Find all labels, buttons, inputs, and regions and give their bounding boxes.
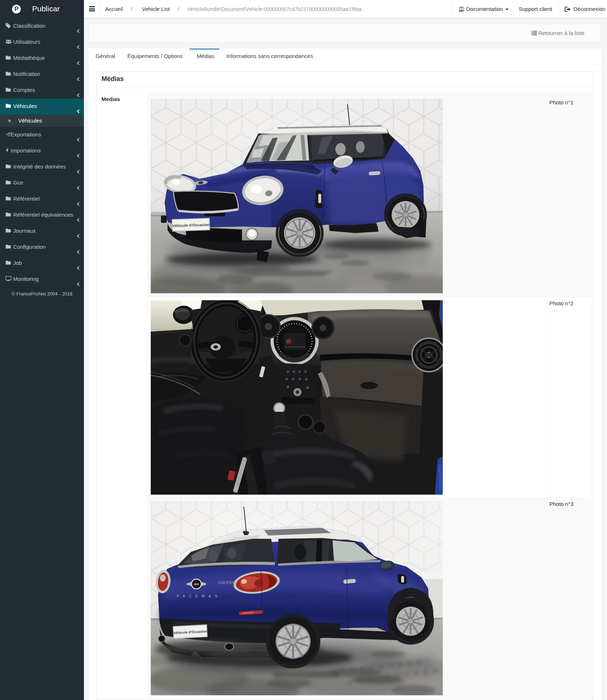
svg-text:MINI: MINI — [194, 583, 199, 585]
svg-text:PACEMAN: PACEMAN — [177, 594, 221, 598]
svg-text:s: s — [233, 582, 235, 587]
